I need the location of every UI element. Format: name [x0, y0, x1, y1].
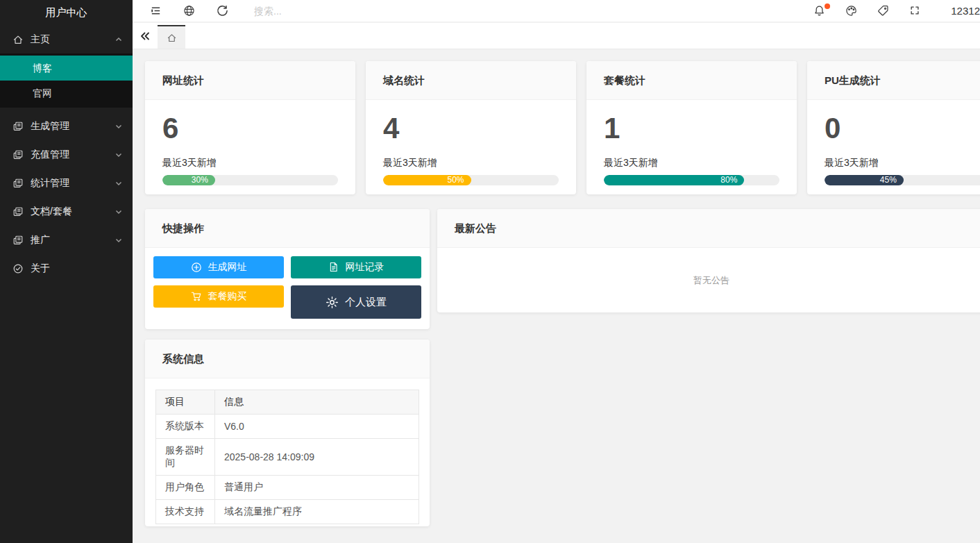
chevron-down-icon [115, 179, 123, 187]
row-key: 服务器时间 [156, 439, 215, 476]
table-row: 用户角色 普通用户 [156, 476, 419, 500]
document-icon [328, 262, 339, 273]
home-icon [12, 34, 24, 45]
fullscreen-icon[interactable] [909, 5, 921, 17]
row-value: 域名流量推广程序 [215, 500, 419, 524]
sidebar-item-about[interactable]: 关于 [0, 254, 133, 283]
empty-notice-text: 暂无公告 [693, 274, 729, 287]
button-label: 生成网址 [208, 261, 247, 274]
table-header-row: 项目 信息 [156, 390, 419, 415]
tab-home[interactable] [158, 25, 185, 49]
verify-check-icon [12, 263, 24, 274]
module-icon [12, 235, 24, 246]
progress-fill: 80% [604, 175, 744, 185]
stat-card-packages: 套餐统计 1 最近3天新增 80% [586, 61, 797, 194]
column-header: 信息 [215, 390, 419, 415]
app-title: 用户中心 [0, 0, 133, 25]
search-input[interactable] [254, 6, 400, 17]
progress-bar: 45% [825, 175, 980, 185]
stat-value: 4 [383, 112, 559, 144]
notice-card: 最新公告 暂无公告 [437, 209, 980, 312]
row-key: 用户角色 [156, 476, 215, 500]
main-content: 网址统计 6 最近3天新增 30% 域名统计 4 最近3天新增 50% 套餐统计… [133, 50, 980, 543]
home-tab-icon [167, 33, 177, 43]
row-value: 普通用户 [215, 476, 419, 500]
sidebar-collapse-icon[interactable] [150, 5, 162, 17]
progress-bar: 80% [604, 175, 779, 185]
button-label: 套餐购买 [208, 290, 247, 303]
sidebar-item-stats-mgmt[interactable]: 统计管理 [0, 169, 133, 197]
row-key: 系统版本 [156, 415, 215, 439]
sidebar-item-label: 主页 [31, 33, 115, 46]
notifications-bell-icon[interactable] [813, 5, 825, 17]
sidebar-item-home[interactable]: 主页 [0, 25, 133, 53]
topbar: 12312 [133, 0, 980, 22]
sidebar-subitem-blog[interactable]: 博客 [0, 56, 133, 81]
module-icon [12, 149, 24, 160]
generate-url-button[interactable]: 生成网址 [153, 256, 284, 278]
row-key: 技术支持 [156, 500, 215, 524]
progress-bar: 30% [162, 175, 338, 185]
card-title: PU生成统计 [807, 61, 980, 100]
card-title: 套餐统计 [586, 61, 797, 100]
button-label: 网址记录 [346, 261, 385, 274]
sidebar-item-label: 文档/套餐 [31, 206, 115, 218]
notification-dot [825, 3, 830, 9]
stat-sublabel: 最近3天新增 [604, 157, 779, 169]
stat-value: 6 [162, 112, 338, 144]
stat-card-pu-generation: PU生成统计 0 最近3天新增 45% [807, 61, 980, 194]
sidebar: 用户中心 主页 博客 官网 生成管理 充值管理 统 [0, 0, 133, 543]
chevron-up-icon [115, 35, 123, 44]
chevron-down-icon [115, 208, 123, 216]
sidebar-item-label: 充值管理 [31, 149, 115, 161]
table-row: 系统版本 V6.0 [156, 415, 419, 439]
progress-fill: 30% [162, 175, 215, 185]
quick-actions-card: 快捷操作 生成网址 网址记录 套餐购买 [145, 209, 430, 329]
stat-card-domains: 域名统计 4 最近3天新增 50% [366, 61, 576, 194]
stat-sublabel: 最近3天新增 [162, 157, 338, 169]
module-icon [12, 206, 24, 217]
sidebar-item-promotion[interactable]: 推广 [0, 226, 133, 254]
chevron-down-icon [115, 236, 123, 244]
stat-sublabel: 最近3天新增 [825, 157, 980, 169]
cart-icon [191, 291, 202, 302]
system-info-table: 项目 信息 系统版本 V6.0 服务器时间 2025-08-28 14:09:0… [155, 390, 419, 524]
system-info-card: 系统信息 项目 信息 系统版本 V6.0 服务器时间 2025-08 [145, 340, 430, 526]
card-title: 网址统计 [145, 61, 355, 100]
stat-card-urls: 网址统计 6 最近3天新增 30% [145, 61, 355, 194]
card-title: 快捷操作 [145, 209, 430, 248]
plus-circle-icon [191, 262, 202, 273]
url-records-button[interactable]: 网址记录 [291, 256, 421, 278]
refresh-icon[interactable] [217, 5, 228, 17]
personal-settings-button[interactable]: 个人设置 [291, 285, 421, 319]
card-title: 最新公告 [437, 209, 980, 248]
progress-bar: 50% [383, 175, 559, 185]
row-value: V6.0 [215, 415, 419, 439]
stat-sublabel: 最近3天新增 [383, 157, 559, 169]
tabs-scroll-left-button[interactable] [133, 23, 158, 49]
sidebar-item-label: 推广 [31, 234, 115, 247]
tabbar [133, 23, 980, 49]
globe-icon[interactable] [183, 5, 195, 17]
sidebar-item-label: 统计管理 [31, 177, 115, 190]
sidebar-item-docs-packages[interactable]: 文档/套餐 [0, 197, 133, 226]
table-row: 服务器时间 2025-08-28 14:09:09 [156, 439, 419, 476]
sidebar-item-generate-mgmt[interactable]: 生成管理 [0, 112, 133, 140]
module-icon [12, 121, 24, 132]
chevron-down-icon [115, 122, 123, 131]
home-submenu: 博客 官网 [0, 53, 133, 108]
theme-palette-icon[interactable] [845, 5, 857, 17]
card-title: 域名统计 [366, 61, 576, 100]
module-icon [12, 178, 24, 189]
progress-fill: 45% [825, 175, 904, 185]
stat-value: 0 [825, 112, 980, 144]
progress-fill: 50% [383, 175, 471, 185]
sidebar-item-label: 关于 [31, 262, 123, 275]
column-header: 项目 [156, 390, 215, 415]
username[interactable]: 12312 [951, 5, 980, 17]
sidebar-item-recharge-mgmt[interactable]: 充值管理 [0, 140, 133, 169]
buy-package-button[interactable]: 套餐购买 [153, 285, 284, 308]
sidebar-subitem-official-site[interactable]: 官网 [0, 81, 133, 106]
gear-icon [326, 296, 339, 309]
tag-icon[interactable] [877, 5, 889, 17]
